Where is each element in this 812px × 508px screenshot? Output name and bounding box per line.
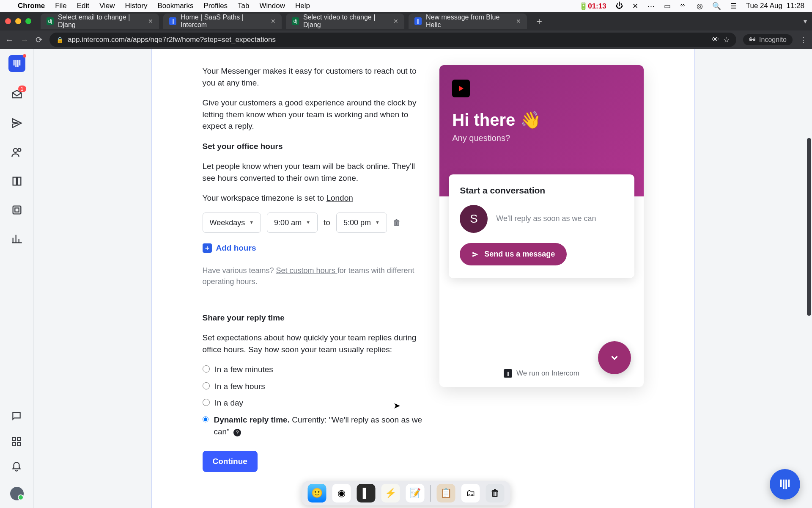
close-window[interactable] <box>5 18 11 24</box>
timezone-link[interactable]: London <box>326 193 353 202</box>
nav-contacts[interactable] <box>11 146 23 158</box>
dock-terminal[interactable]: ▌ <box>357 484 376 502</box>
continue-button[interactable]: Continue <box>203 451 258 472</box>
menu-bookmarks[interactable]: Bookmarks <box>157 2 193 10</box>
scrollbar-thumb[interactable] <box>807 138 811 316</box>
add-hours-button[interactable]: ＋ Add hours <box>203 242 423 254</box>
battery-status[interactable]: 🔋01:13 <box>579 2 606 11</box>
url-text: app.intercom.com/a/apps/nqe7r2fw/home?st… <box>68 36 276 44</box>
dock-trash[interactable]: 🗑 <box>486 484 505 502</box>
macos-menubar: Chrome File Edit View History Bookmarks … <box>0 0 812 12</box>
close-tab-icon[interactable]: ✕ <box>516 18 521 25</box>
menu-file[interactable]: File <box>55 2 66 10</box>
nav-reports[interactable] <box>11 233 23 245</box>
incognito-icon: 🕶 <box>749 36 756 44</box>
radio-input[interactable] <box>203 365 210 373</box>
radio-input[interactable] <box>203 399 210 406</box>
intercom-launcher[interactable] <box>770 469 800 500</box>
nav-messenger[interactable] <box>11 411 23 422</box>
status-icon[interactable]: ✕ <box>632 2 638 11</box>
dock-notes[interactable]: ⚡ <box>381 484 400 502</box>
dock-finder[interactable]: 🙂 <box>308 484 326 502</box>
browser-window: dj Select email to change | Djang ✕ || H… <box>0 12 812 508</box>
menu-edit[interactable]: Edit <box>77 2 89 10</box>
timezone-line: Your workspace timezone is set to London <box>203 192 423 204</box>
new-tab-button[interactable]: ＋ <box>531 15 547 28</box>
end-time-dropdown[interactable]: 5:00 pm ▼ <box>336 213 387 233</box>
back-button[interactable]: ← <box>5 35 14 45</box>
radio-label-bold: Dynamic reply time. <box>214 415 290 424</box>
menu-window[interactable]: Window <box>260 2 285 10</box>
clock-date[interactable]: Tue 24 Aug 11:28 <box>746 2 804 10</box>
siri-icon[interactable]: ☰ <box>730 2 737 11</box>
page-content: Your Messenger makes it easy for custome… <box>0 49 812 508</box>
nav-inbox[interactable] <box>11 89 23 101</box>
preview-collapse-button[interactable] <box>598 341 631 374</box>
delete-hours-icon[interactable]: 🗑 <box>393 217 401 229</box>
tab-blue-helic[interactable]: || New message from Blue Helic ✕ <box>409 14 527 29</box>
nav-apps[interactable] <box>11 436 23 448</box>
preview-card-heading: Start a conversation <box>460 185 623 196</box>
star-icon[interactable]: ☆ <box>723 36 730 44</box>
status-icon[interactable]: ⏻ <box>616 2 623 10</box>
preview-footer-text: We run on Intercom <box>516 369 579 378</box>
nav-outbound[interactable] <box>11 118 23 130</box>
reply-time-radios: In a few minutes In a few hours In a day <box>203 364 423 437</box>
nav-operator[interactable] <box>11 204 23 216</box>
maximize-window[interactable] <box>25 18 31 24</box>
close-tab-icon[interactable]: ✕ <box>271 18 276 25</box>
dock-chrome[interactable]: ◉ <box>332 484 351 502</box>
menu-help[interactable]: Help <box>295 2 310 10</box>
wave-icon: 👋 <box>520 110 541 130</box>
menu-view[interactable]: View <box>99 2 115 10</box>
minimize-window[interactable] <box>15 18 21 24</box>
intercom-logo[interactable] <box>8 55 25 72</box>
tab-django-video[interactable]: dj Select video to change | Djang ✕ <box>286 14 404 29</box>
radio-input[interactable] <box>203 382 210 389</box>
battery-icon[interactable]: ▭ <box>664 2 671 11</box>
eye-off-icon[interactable]: 👁 <box>712 36 719 44</box>
days-dropdown[interactable]: Weekdays ▼ <box>203 213 261 233</box>
start-time-dropdown[interactable]: 9:00 am ▼ <box>267 213 318 233</box>
menu-profiles[interactable]: Profiles <box>203 2 228 10</box>
menu-history[interactable]: History <box>125 2 147 10</box>
tab-intercom-home[interactable]: || Home | SaaS Paths | Intercom ✕ <box>163 14 282 29</box>
to-label: to <box>324 217 330 229</box>
spotlight-icon[interactable]: 🔍 <box>712 2 721 11</box>
svg-marker-12 <box>459 86 464 91</box>
control-center-icon[interactable]: ◎ <box>697 2 703 11</box>
reload-button[interactable]: ⟳ <box>36 35 43 45</box>
status-icon[interactable]: ⋯ <box>647 2 655 11</box>
custom-hours-link[interactable]: Set custom hours <box>276 266 337 275</box>
radio-in-a-day[interactable]: In a day <box>203 397 423 409</box>
preview-avatar: S <box>460 205 488 233</box>
close-tab-icon[interactable]: ✕ <box>148 18 153 25</box>
radio-few-hours[interactable]: In a few hours <box>203 381 423 392</box>
address-bar[interactable]: 🔒 app.intercom.com/a/apps/nqe7r2fw/home?… <box>49 33 736 47</box>
setup-card: Your Messenger makes it easy for custome… <box>151 49 695 508</box>
chrome-menu-icon[interactable]: ⋮ <box>800 36 807 44</box>
app-menu[interactable]: Chrome <box>18 2 45 10</box>
close-tab-icon[interactable]: ✕ <box>393 18 398 25</box>
menu-tab[interactable]: Tab <box>238 2 249 10</box>
dock-folder[interactable]: 📋 <box>437 484 455 502</box>
wifi-icon[interactable]: ᯤ <box>680 2 687 10</box>
preview-send-button[interactable]: Send us a message <box>460 243 567 265</box>
tab-django-email[interactable]: dj Select email to change | Djang ✕ <box>41 14 159 29</box>
reply-time-heading: Share your reply time <box>203 312 423 324</box>
nav-articles[interactable] <box>11 175 23 187</box>
forward-button[interactable]: → <box>20 35 29 45</box>
nav-avatar[interactable] <box>10 487 24 500</box>
incognito-badge[interactable]: 🕶 Incognito <box>743 34 793 45</box>
tab-overflow-icon[interactable]: ▾ <box>804 17 807 25</box>
radio-dynamic[interactable]: Dynamic reply time. Currently: "We'll re… <box>203 414 423 437</box>
favicon-icon: dj <box>292 17 299 25</box>
svg-rect-6 <box>13 206 21 214</box>
messenger-preview: Hi there 👋 Any questions? Start a conver… <box>439 65 643 387</box>
help-icon[interactable]: ? <box>233 429 241 436</box>
radio-few-minutes[interactable]: In a few minutes <box>203 364 423 375</box>
radio-input[interactable] <box>203 416 209 423</box>
dock-app[interactable]: 🗂 <box>461 484 480 502</box>
nav-notifications[interactable] <box>11 461 23 473</box>
dock-notes2[interactable]: 📝 <box>406 484 425 502</box>
